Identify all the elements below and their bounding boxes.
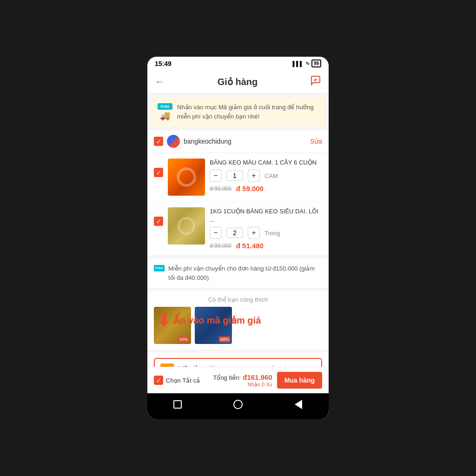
product1-img xyxy=(168,159,205,196)
rec-item-1[interactable]: 50% xyxy=(154,307,191,344)
page-header: ← Giỏ hàng xyxy=(147,70,329,93)
total-label: Tổng tiền: xyxy=(213,374,240,381)
product2-qty-increase[interactable]: + xyxy=(248,227,260,239)
product2-prices: đ 99.000 đ 51.480 xyxy=(210,242,322,250)
product1-qty-row: − 1 + CAM xyxy=(210,170,322,182)
scroll-content: Free 🚚 Nhấn vào mục Mã giảm giá ở cuối t… xyxy=(147,93,329,367)
product2-original-price: đ 99.000 xyxy=(210,243,231,249)
product2-image xyxy=(168,207,205,245)
product1-qty-value: 1 xyxy=(226,171,243,181)
rec-item-2[interactable]: 49% xyxy=(195,307,232,344)
select-all: ✓ Chọn Tất cả xyxy=(154,376,200,385)
shop-section: ✓ bangkeochidung Sửa ✓ BĂNG KEO MÀU CAM.… xyxy=(147,130,329,256)
product2-qty-row: − 2 + Trong xyxy=(210,227,322,239)
nav-square-icon xyxy=(173,400,182,409)
rec-header: Có thể bạn cũng thích xyxy=(154,296,322,303)
shop-header: ✓ bangkeochidung Sửa xyxy=(147,130,329,153)
product2-variant: Trong xyxy=(264,230,280,237)
product1-variant: CAM xyxy=(264,172,278,179)
edit-button[interactable]: Sửa xyxy=(310,138,322,145)
wifi-icon: ∿ xyxy=(305,60,310,66)
status-time: 15:49 xyxy=(155,60,172,67)
phone-frame: 15:49 ▌▌▌ ∿ 99 ← Giỏ hàng Free 🚚 Nhấn và… xyxy=(147,57,329,419)
receive-xu: Nhận 0 Xu xyxy=(205,382,272,388)
buy-button[interactable]: Mua hàng xyxy=(277,372,322,389)
total-row: Tổng tiền: đ161.960 xyxy=(205,373,272,382)
select-all-label: Chọn Tất cả xyxy=(166,377,200,384)
signal-icon: ▌▌▌ xyxy=(292,61,303,66)
status-bar: 15:49 ▌▌▌ ∿ 99 xyxy=(147,57,329,70)
shipping-notice: Free Miễn phí vận chuyển cho đơn hàng từ… xyxy=(147,258,329,288)
nav-circle-icon xyxy=(233,400,243,409)
status-icons: ▌▌▌ ∿ 99 xyxy=(292,60,321,67)
product-row-2: ✓ 1KG 1CUỘN BĂNG KEO SIÊU DAI. LÕI ... −… xyxy=(147,202,329,256)
rec-discount-1: 50% xyxy=(178,337,189,342)
rec-items: 50% 49% xyxy=(154,307,322,344)
coupon-section: 🎫 Mã giảm giá Chọn mã vận chuyển/giảm gi… xyxy=(147,352,329,367)
coupon-box[interactable]: 🎫 Mã giảm giá Chọn mã vận chuyển/giảm gi… xyxy=(154,358,322,367)
chat-button[interactable] xyxy=(310,75,321,88)
battery-icon: 99 xyxy=(311,60,321,67)
product1-checkbox[interactable]: ✓ xyxy=(154,168,163,177)
nav-triangle-icon xyxy=(295,400,302,409)
shop-avatar-inner xyxy=(167,135,180,148)
total-amount: đ161.960 xyxy=(243,373,272,381)
shop-checkbox[interactable]: ✓ xyxy=(154,137,163,146)
recommendations-section: Có thể bạn cũng thích 50% 49% ⬇ Ấn vào m… xyxy=(147,291,329,350)
product2-name: 1KG 1CUỘN BĂNG KEO SIÊU DAI. LÕI ... xyxy=(210,207,322,224)
back-button[interactable]: ← xyxy=(155,76,165,88)
promo-banner: Free 🚚 Nhấn vào mục Mã giảm giá ở cuối t… xyxy=(151,97,325,126)
free-ship-badge: Free xyxy=(154,265,165,271)
bottom-bar: ✓ Chọn Tất cả Tổng tiền: đ161.960 Nhận 0… xyxy=(147,367,329,393)
product1-image xyxy=(168,159,205,196)
shipping-text: Miễn phí vận chuyển cho đơn hàng từ đ150… xyxy=(168,264,322,282)
truck-icon: 🚚 xyxy=(160,111,170,121)
free-badge: Free xyxy=(158,103,172,110)
product2-sale-price: đ 51.480 xyxy=(236,242,264,250)
product1-sale-price: đ 59.000 xyxy=(236,185,264,192)
promo-text: Nhấn vào mục Mã giảm giá ở cuối trang để… xyxy=(177,103,318,121)
shop-avatar xyxy=(167,135,180,148)
nav-back-button[interactable] xyxy=(292,398,305,411)
product2-qty-decrease[interactable]: − xyxy=(210,227,222,239)
product1-name: BĂNG KEO MÀU CAM. 1 CÂY 6 CUỘN xyxy=(210,159,322,167)
product2-details: 1KG 1CUỘN BĂNG KEO SIÊU DAI. LÕI ... − 2… xyxy=(210,207,322,250)
product1-original-price: đ 90.000 xyxy=(210,185,231,192)
product1-qty-decrease[interactable]: − xyxy=(210,170,222,182)
select-all-checkbox[interactable]: ✓ xyxy=(154,376,163,385)
nav-square-button[interactable] xyxy=(171,398,184,411)
page-title: Giỏ hàng xyxy=(218,76,258,87)
nav-home-button[interactable] xyxy=(231,398,245,411)
shop-info: ✓ bangkeochidung xyxy=(154,135,231,148)
total-section: Tổng tiền: đ161.960 Nhận 0 Xu xyxy=(205,373,272,388)
rec-discount-2: 49% xyxy=(219,337,230,342)
nav-bar xyxy=(147,393,329,419)
product1-prices: đ 90.000 đ 59.000 xyxy=(210,185,322,192)
product2-qty-value: 2 xyxy=(226,228,243,238)
shop-name: bangkeochidung xyxy=(184,138,231,145)
product-row-1: ✓ BĂNG KEO MÀU CAM. 1 CÂY 6 CUỘN − 1 + C… xyxy=(147,153,329,202)
product2-img xyxy=(168,207,205,245)
product2-checkbox[interactable]: ✓ xyxy=(154,217,163,226)
coupon-icon: 🎫 xyxy=(160,364,174,367)
product1-qty-increase[interactable]: + xyxy=(248,170,260,182)
product1-details: BĂNG KEO MÀU CAM. 1 CÂY 6 CUỘN − 1 + CAM… xyxy=(210,159,322,192)
